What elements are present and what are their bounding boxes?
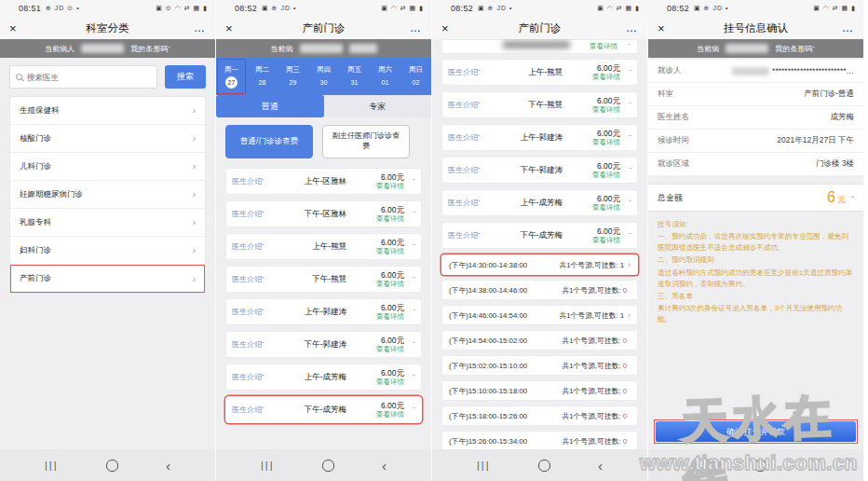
time-slot-row[interactable]: (下午)15:18:00-15:26:00 共1个号源,可挂数: 0 bbox=[441, 405, 638, 426]
view-detail-link[interactable]: 查看详情 bbox=[568, 171, 620, 179]
recents-button[interactable]: ||| bbox=[261, 460, 275, 471]
doctor-intro-toggle[interactable]: 医生介绍ˇ bbox=[448, 230, 481, 240]
time-slot-row[interactable]: (下午)15:26:00-15:34:00 共1个号源,可挂数: 0 bbox=[441, 431, 638, 451]
doctor-card[interactable]: 医生介绍ˇ 上午-区雅林 6.00元 查看详情 ˆ bbox=[225, 168, 422, 195]
expand-chevron-icon[interactable]: ˆ bbox=[628, 42, 631, 50]
doctor-card[interactable]: 医生介绍ˇ 下午-成芳梅 6.00元 查看详情 ˇ bbox=[441, 222, 638, 249]
expand-chevron-icon[interactable]: ˆ bbox=[404, 405, 415, 414]
department-row[interactable]: 妊娠期糖尿病门诊 › bbox=[10, 181, 205, 209]
home-button[interactable] bbox=[754, 460, 766, 472]
close-icon[interactable]: × bbox=[225, 21, 240, 35]
doctor-intro-toggle[interactable]: 医生介绍ˇ bbox=[232, 405, 264, 415]
department-row[interactable]: 乳腺专科 › bbox=[10, 209, 205, 237]
my-barcode-link[interactable]: 我的条形码ˇ bbox=[775, 44, 815, 54]
time-slot-row[interactable]: (下午)14:46:00-14:54:00 共1个号源,可挂数: 1 › bbox=[441, 305, 638, 325]
total-expand-chevron-icon[interactable]: ˇ bbox=[851, 195, 854, 204]
doctor-card[interactable]: 医生介绍ˇ 上午-成芳梅 6.00元 查看详情 ˆ bbox=[225, 364, 422, 391]
view-detail-link[interactable]: 查看详情 bbox=[352, 345, 404, 353]
back-button[interactable]: ‹ bbox=[598, 459, 603, 473]
department-row[interactable]: 生殖保健科 › bbox=[10, 97, 205, 125]
week-day-tab[interactable]: 周日 02 bbox=[400, 58, 431, 95]
recents-button[interactable]: ||| bbox=[477, 460, 491, 471]
search-button[interactable]: 搜索 bbox=[165, 65, 206, 89]
view-detail-link[interactable]: 查看详情 bbox=[568, 105, 620, 114]
doctor-intro-toggle[interactable]: 医生介绍ˇ bbox=[448, 198, 481, 208]
doctor-intro-toggle[interactable]: 医生介绍ˇ bbox=[448, 67, 481, 77]
doctor-intro-toggle[interactable]: 医生介绍ˇ bbox=[232, 209, 264, 219]
department-row[interactable]: 儿科门诊 › bbox=[10, 153, 205, 181]
view-detail-link[interactable]: 查看详情 bbox=[352, 247, 404, 255]
doctor-card[interactable]: 医生介绍ˇ 下午-郭建涛 6.00元 查看详情 ˆ bbox=[441, 157, 638, 184]
home-button[interactable] bbox=[106, 460, 118, 472]
doctor-card[interactable]: 医生介绍ˇ 上午-郭建涛 6.00元 查看详情 ˆ bbox=[225, 298, 422, 325]
expand-chevron-icon[interactable]: ˆ bbox=[404, 308, 415, 316]
week-day-tab[interactable]: 周三 29 bbox=[278, 58, 308, 95]
doctor-card[interactable]: 医生介绍ˇ 上午-郭建涛 6.00元 查看详情 ˆ bbox=[441, 124, 638, 151]
view-detail-link[interactable]: 查看详情 bbox=[352, 312, 404, 321]
doctor-intro-toggle[interactable]: 医生介绍ˇ bbox=[448, 132, 481, 143]
view-detail-link[interactable]: 查看详情 bbox=[352, 280, 404, 288]
expand-chevron-icon[interactable]: ˆ bbox=[404, 275, 415, 283]
more-menu-icon[interactable]: … bbox=[191, 21, 206, 34]
close-icon[interactable]: × bbox=[9, 21, 24, 35]
department-row[interactable]: 核酸门诊 › bbox=[10, 125, 205, 153]
doctor-card[interactable]: 医生介绍ˇ 下午-成芳梅 6.00元 查看详情 ˆ bbox=[225, 396, 422, 423]
recents-button[interactable]: ||| bbox=[693, 460, 707, 471]
view-detail-link[interactable]: 查看详情 bbox=[568, 73, 620, 81]
fee-type-button[interactable]: 副主任医师门诊诊查费 bbox=[322, 125, 410, 158]
fee-type-button[interactable]: 普通/门诊诊查费 bbox=[225, 125, 313, 158]
view-detail-link[interactable]: 查看详情 bbox=[352, 182, 404, 190]
doctor-intro-toggle[interactable]: 医生介绍ˇ bbox=[232, 274, 264, 284]
home-button[interactable] bbox=[538, 460, 550, 472]
expand-chevron-icon[interactable]: ˆ bbox=[620, 68, 631, 76]
segment-option[interactable]: 普通 bbox=[216, 95, 324, 117]
view-detail-link[interactable]: 查看详情 bbox=[590, 42, 617, 51]
back-button[interactable]: ‹ bbox=[814, 459, 819, 473]
doctor-card[interactable]: 医生介绍ˇ 下午-熊慧 6.00元 查看详情 ˆ bbox=[441, 91, 638, 118]
recents-button[interactable]: ||| bbox=[45, 460, 59, 471]
expand-chevron-icon[interactable]: ˆ bbox=[404, 177, 415, 186]
view-detail-link[interactable]: 查看详情 bbox=[352, 378, 404, 386]
expand-chevron-icon[interactable]: ˆ bbox=[404, 373, 415, 381]
back-button[interactable]: ‹ bbox=[382, 459, 387, 473]
view-detail-link[interactable]: 查看详情 bbox=[568, 236, 620, 244]
more-menu-icon[interactable]: … bbox=[839, 21, 854, 34]
view-detail-link[interactable]: 查看详情 bbox=[568, 203, 620, 212]
expand-chevron-icon[interactable]: ˆ bbox=[404, 340, 415, 349]
time-slot-row[interactable]: (下午)14:38:00-14:46:00 共1个号源,可挂数: 0 bbox=[441, 280, 638, 300]
doctor-intro-toggle[interactable]: 医生介绍ˇ bbox=[232, 307, 264, 317]
doctor-intro-toggle[interactable]: 医生介绍ˇ bbox=[232, 241, 264, 252]
doctor-card[interactable]: 医生介绍ˇ 上午-成芳梅 6.00元 查看详情 ˆ bbox=[441, 189, 638, 216]
department-row[interactable]: 妇科门诊 › bbox=[10, 237, 205, 265]
segment-option[interactable]: 专家 bbox=[324, 95, 432, 117]
time-slot-row[interactable]: (下午)15:10:00-15:18:00 共1个号源,可挂数: 0 bbox=[441, 380, 638, 401]
view-detail-link[interactable]: 查看详情 bbox=[352, 410, 404, 419]
view-detail-link[interactable]: 查看详情 bbox=[352, 214, 404, 223]
week-day-tab[interactable]: 周一 27 bbox=[216, 58, 247, 95]
close-icon[interactable]: × bbox=[441, 21, 456, 35]
expand-chevron-icon[interactable]: ˆ bbox=[620, 101, 631, 109]
more-menu-icon[interactable]: … bbox=[407, 21, 422, 34]
doctor-card[interactable]: 医生介绍ˇ 下午-区雅林 6.00元 查看详情 ˆ bbox=[225, 200, 422, 227]
expand-chevron-icon[interactable]: ˆ bbox=[620, 199, 631, 207]
confirm-pay-button[interactable]: 确认挂号并付款 bbox=[656, 421, 856, 442]
doctor-intro-toggle[interactable]: 医生介绍ˇ bbox=[448, 100, 481, 110]
time-slot-row[interactable]: (下午)14:30:00-14:38:00 共1个号源,可挂数: 1 › bbox=[441, 254, 638, 275]
expand-chevron-icon[interactable]: ˆ bbox=[620, 133, 631, 142]
expand-chevron-icon[interactable]: ˆ bbox=[404, 242, 415, 251]
doctor-intro-toggle[interactable]: 医生介绍ˇ bbox=[232, 176, 264, 186]
back-button[interactable]: ‹ bbox=[166, 459, 170, 473]
more-menu-icon[interactable]: … bbox=[623, 21, 638, 34]
doctor-card[interactable]: 医生介绍ˇ 上午-熊慧 6.00元 查看详情 ˆ bbox=[225, 233, 422, 260]
doctor-card[interactable]: 医生介绍ˇ 上午-熊慧 6.00元 查看详情 ˆ bbox=[441, 59, 638, 86]
doctor-card[interactable]: 医生介绍ˇ 下午-熊慧 6.00元 查看详情 ˆ bbox=[225, 266, 422, 293]
search-input[interactable] bbox=[27, 73, 151, 82]
doctor-card[interactable]: 医生介绍ˇ 下午-郭建涛 6.00元 查看详情 ˆ bbox=[225, 331, 422, 358]
close-icon[interactable]: × bbox=[658, 21, 672, 35]
week-day-tab[interactable]: 周四 30 bbox=[308, 58, 339, 95]
expand-chevron-icon[interactable]: ˆ bbox=[620, 166, 631, 174]
department-row[interactable]: 产前门诊 › bbox=[10, 265, 205, 293]
week-day-tab[interactable]: 周五 31 bbox=[339, 58, 370, 95]
home-button[interactable] bbox=[322, 460, 334, 472]
my-barcode-link[interactable]: 我的条形码ˇ bbox=[130, 44, 170, 54]
